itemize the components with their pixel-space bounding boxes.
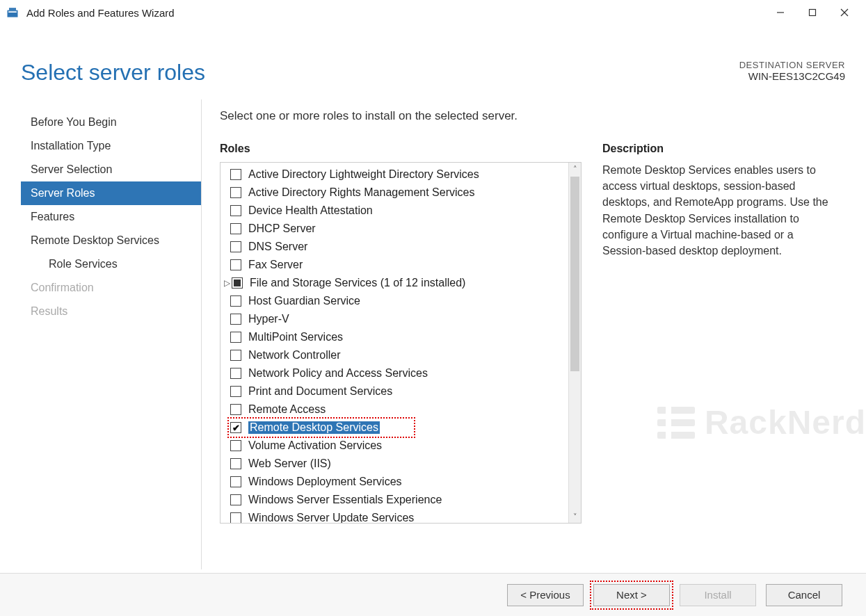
scroll-thumb[interactable] <box>570 177 579 371</box>
scroll-up-icon[interactable]: ˄ <box>569 163 581 175</box>
page-title: Select server roles <box>21 60 205 86</box>
role-checkbox[interactable] <box>230 512 241 523</box>
role-row[interactable]: Hyper-V <box>230 310 567 328</box>
role-row[interactable]: ▷File and Storage Services (1 of 12 inst… <box>230 274 567 292</box>
description-heading: Description <box>602 143 831 155</box>
instruction-text: Select one or more roles to install on t… <box>220 109 831 123</box>
role-checkbox[interactable] <box>230 169 241 180</box>
role-label: Device Health Attestation <box>248 204 373 217</box>
role-row[interactable]: DNS Server <box>230 238 567 256</box>
nav-step-before-you-begin[interactable]: Before You Begin <box>21 111 201 134</box>
nav-step-installation-type[interactable]: Installation Type <box>21 134 201 158</box>
role-label: Active Directory Lightweight Directory S… <box>248 168 479 181</box>
nav-step-role-services[interactable]: Role Services <box>21 252 201 276</box>
role-checkbox[interactable] <box>230 259 241 270</box>
role-row[interactable]: Device Health Attestation <box>230 202 567 220</box>
role-checkbox[interactable] <box>232 277 243 289</box>
roles-listbox[interactable]: Active Directory Lightweight Directory S… <box>220 162 582 524</box>
nav-step-confirmation: Confirmation <box>21 276 201 300</box>
role-label: DNS Server <box>248 241 307 253</box>
role-checkbox[interactable] <box>230 422 241 433</box>
cancel-button[interactable]: Cancel <box>766 584 842 606</box>
role-checkbox[interactable] <box>230 458 241 469</box>
svg-rect-1 <box>9 8 16 10</box>
role-checkbox[interactable] <box>230 187 241 198</box>
role-label: Host Guardian Service <box>248 295 360 307</box>
role-row[interactable]: Remote Desktop Services <box>230 419 567 437</box>
role-checkbox[interactable] <box>230 404 241 415</box>
role-checkbox[interactable] <box>230 368 241 379</box>
role-row[interactable]: Active Directory Rights Management Servi… <box>230 184 567 202</box>
install-button: Install <box>680 584 756 606</box>
wizard-footer: < Previous Next > Install Cancel <box>0 573 866 616</box>
svg-rect-0 <box>8 10 18 17</box>
role-checkbox[interactable] <box>230 223 241 234</box>
wizard-steps-sidebar: Before You BeginInstallation TypeServer … <box>21 99 202 569</box>
role-row[interactable]: Windows Server Essentials Experience <box>230 491 567 509</box>
nav-step-features[interactable]: Features <box>21 205 201 229</box>
role-label: File and Storage Services (1 of 12 insta… <box>250 277 465 289</box>
role-row[interactable]: Windows Server Update Services <box>230 509 567 523</box>
destination-server: DESTINATION SERVER WIN-EES13C2CG49 <box>739 60 845 82</box>
nav-step-remote-desktop-services[interactable]: Remote Desktop Services <box>21 229 201 252</box>
role-checkbox[interactable] <box>230 440 241 451</box>
nav-step-server-roles[interactable]: Server Roles <box>21 181 201 205</box>
role-row[interactable]: Network Policy and Access Services <box>230 364 567 382</box>
role-label: Network Controller <box>248 349 340 362</box>
description-text: Remote Desktop Services enables users to… <box>602 162 831 259</box>
close-button[interactable] <box>828 2 860 23</box>
nav-step-server-selection[interactable]: Server Selection <box>21 158 201 181</box>
roles-scrollbar[interactable]: ˄ ˅ <box>568 163 581 523</box>
role-checkbox[interactable] <box>230 476 241 487</box>
window-title: Add Roles and Features Wizard <box>26 7 764 19</box>
role-checkbox[interactable] <box>230 350 241 361</box>
next-button[interactable]: Next > <box>593 584 670 606</box>
role-row[interactable]: Network Controller <box>230 346 567 364</box>
role-row[interactable]: Web Server (IIS) <box>230 455 567 473</box>
role-checkbox[interactable] <box>230 386 241 397</box>
role-row[interactable]: Fax Server <box>230 256 567 274</box>
role-label: Windows Server Essentials Experience <box>248 494 442 506</box>
role-row[interactable]: MultiPoint Services <box>230 328 567 346</box>
role-row[interactable]: Host Guardian Service <box>230 292 567 310</box>
minimize-button[interactable] <box>764 2 796 23</box>
role-label: Web Server (IIS) <box>248 457 331 470</box>
app-icon <box>6 6 19 19</box>
role-row[interactable]: Print and Document Services <box>230 382 567 400</box>
role-checkbox[interactable] <box>230 494 241 505</box>
roles-heading: Roles <box>220 143 582 155</box>
role-label: Fax Server <box>248 259 303 271</box>
nav-step-results: Results <box>21 300 201 323</box>
role-row[interactable]: Windows Deployment Services <box>230 473 567 491</box>
role-row[interactable]: Volume Activation Services <box>230 437 567 455</box>
svg-rect-4 <box>810 10 816 16</box>
role-label: Volume Activation Services <box>248 439 382 452</box>
previous-button[interactable]: < Previous <box>507 584 584 606</box>
svg-rect-2 <box>8 11 17 13</box>
role-row[interactable]: DHCP Server <box>230 220 567 238</box>
scroll-down-icon[interactable]: ˅ <box>569 510 581 523</box>
role-label: Windows Server Update Services <box>248 512 414 523</box>
role-label: Network Policy and Access Services <box>248 367 428 380</box>
role-label: Remote Desktop Services <box>248 421 380 434</box>
role-label: Print and Document Services <box>248 385 392 398</box>
role-label: Remote Access <box>248 403 326 416</box>
role-checkbox[interactable] <box>230 205 241 216</box>
role-checkbox[interactable] <box>230 241 241 252</box>
role-checkbox[interactable] <box>230 332 241 343</box>
destination-label: DESTINATION SERVER <box>739 60 845 70</box>
role-checkbox[interactable] <box>230 295 241 307</box>
role-label: MultiPoint Services <box>248 331 343 343</box>
role-row[interactable]: Remote Access <box>230 400 567 419</box>
destination-value: WIN-EES13C2CG49 <box>739 70 845 82</box>
title-bar: Add Roles and Features Wizard <box>0 0 866 25</box>
maximize-button[interactable] <box>796 2 828 23</box>
role-label: Hyper-V <box>248 313 289 325</box>
role-row[interactable]: Active Directory Lightweight Directory S… <box>230 165 567 184</box>
tree-expand-icon[interactable]: ▷ <box>222 278 232 288</box>
role-label: Active Directory Rights Management Servi… <box>248 186 474 199</box>
role-checkbox[interactable] <box>230 314 241 325</box>
role-label: Windows Deployment Services <box>248 476 402 488</box>
role-label: DHCP Server <box>248 222 316 235</box>
